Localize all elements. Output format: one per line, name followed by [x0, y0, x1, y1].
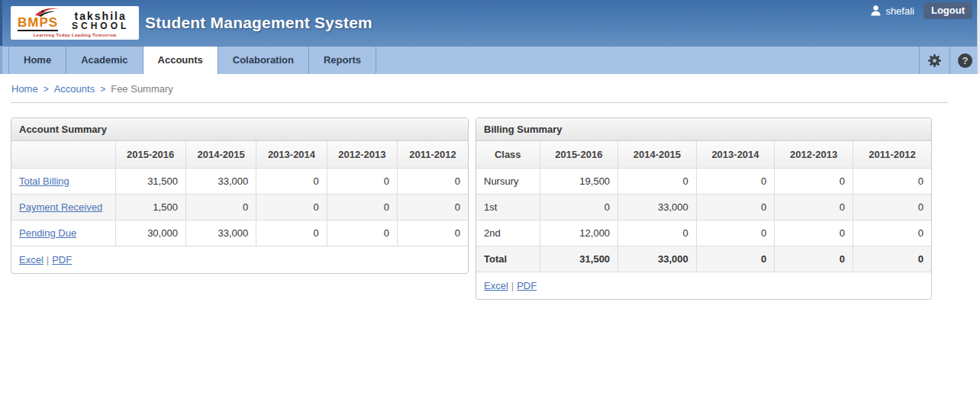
help-button[interactable]: ?	[949, 47, 980, 74]
breadcrumb-home[interactable]: Home	[11, 83, 38, 95]
logout-button[interactable]: Logout	[924, 2, 972, 19]
breadcrumb: Home>Accounts>Fee Summary	[11, 83, 980, 95]
tab-reports[interactable]: Reports	[309, 47, 376, 74]
row-label-cell: 1st	[476, 195, 540, 220]
breadcrumb-separator: >	[44, 84, 49, 95]
row-link-pending-due[interactable]: Pending Due	[19, 227, 76, 239]
column-header-blank	[11, 141, 115, 169]
cell-value: 0	[853, 195, 931, 220]
content-divider	[11, 102, 948, 103]
cell-value: 0	[696, 246, 775, 272]
table-row: Payment Received1,5000000	[11, 195, 468, 220]
logo-school-name: takshila SCHOOL	[72, 11, 129, 31]
main-content: Account Summary 2015-20162014-20152013-2…	[11, 117, 969, 300]
table-header-row: Class2015-20162014-20152013-20142012-201…	[476, 141, 931, 169]
cell-value: 30,000	[115, 220, 185, 246]
cell-value: 33,000	[185, 220, 256, 246]
cell-value: 31,500	[115, 169, 185, 195]
cell-value: 0	[696, 220, 775, 246]
column-header-2013-2014: 2013-2014	[696, 141, 775, 169]
cell-value: 0	[398, 220, 468, 246]
gear-icon	[927, 53, 942, 68]
table-row: Pending Due30,00033,000000	[11, 220, 468, 246]
excel-link[interactable]: Excel	[484, 280, 508, 291]
cell-value: 0	[256, 195, 327, 220]
scrollbar-edge[interactable]	[977, 0, 980, 74]
help-icon: ?	[958, 53, 972, 68]
logo-tagline: Learning Today Leading Tomorrow	[11, 33, 139, 37]
row-label-cell: Total Billing	[11, 169, 115, 195]
cell-value: 12,000	[540, 220, 618, 246]
row-link-total-billing[interactable]: Total Billing	[19, 175, 69, 187]
excel-link[interactable]: Excel	[19, 254, 44, 265]
breadcrumb-separator: >	[100, 84, 105, 95]
column-header-2013-2014: 2013-2014	[256, 141, 327, 169]
logo-bmps-text: BMPS	[18, 16, 58, 31]
cell-value: 0	[853, 169, 931, 195]
user-area: shefali Logout	[871, 2, 972, 19]
table-row: Total Billing31,50033,000000	[11, 169, 468, 195]
column-header-2012-2013: 2012-2013	[775, 141, 853, 169]
column-header-class: Class	[476, 141, 540, 169]
user-icon	[871, 5, 881, 16]
table-row: Nursury19,5000000	[476, 169, 931, 195]
cell-value: 0	[775, 169, 853, 195]
cell-value: 0	[696, 169, 775, 195]
account-summary-export: Excel|PDF	[11, 246, 468, 273]
cell-value: 0	[256, 169, 327, 195]
row-label-cell: Nursury	[476, 169, 540, 195]
billing-summary-panel: Billing Summary Class2015-20162014-20152…	[475, 117, 932, 300]
cell-value: 0	[327, 220, 397, 246]
app-header: BMPS takshila SCHOOL Learning Today Lead…	[0, 0, 980, 46]
school-logo: BMPS takshila SCHOOL Learning Today Lead…	[11, 6, 139, 40]
main-nav: HomeAcademicAccountsColaborationReports …	[0, 46, 980, 74]
account-summary-table: 2015-20162014-20152013-20142012-20132011…	[11, 141, 468, 246]
cell-value: 31,500	[540, 246, 618, 272]
row-link-payment-received[interactable]: Payment Received	[19, 201, 102, 213]
page-left-edge	[0, 0, 2, 74]
cell-value: 0	[775, 220, 853, 246]
settings-button[interactable]	[919, 47, 949, 74]
table-header-row: 2015-20162014-20152013-20142012-20132011…	[11, 141, 468, 169]
cell-value: 0	[398, 195, 468, 220]
table-row: 2nd12,0000000	[476, 220, 931, 246]
export-separator: |	[511, 280, 514, 291]
cell-value: 0	[398, 169, 468, 195]
app-title: Student Management System	[145, 14, 372, 32]
billing-summary-title: Billing Summary	[476, 118, 931, 141]
column-header-2014-2015: 2014-2015	[618, 141, 697, 169]
column-header-2015-2016: 2015-2016	[540, 141, 618, 169]
cell-value: 0	[618, 169, 697, 195]
cell-value: 0	[327, 169, 397, 195]
tab-accounts[interactable]: Accounts	[143, 47, 218, 74]
table-row: Total31,50033,000000	[476, 246, 931, 272]
cell-value: 0	[853, 220, 931, 246]
row-label-cell: Total	[476, 246, 540, 272]
row-label-cell: Payment Received	[11, 195, 115, 220]
nav-tabs: HomeAcademicAccountsColaborationReports	[9, 47, 376, 74]
logo-school-text: SCHOOL	[72, 21, 129, 31]
breadcrumb-accounts[interactable]: Accounts	[54, 83, 95, 95]
table-row: 1st033,000000	[476, 195, 931, 220]
column-header-2012-2013: 2012-2013	[327, 141, 397, 169]
row-label-cell: 2nd	[476, 220, 540, 246]
cell-value: 0	[775, 195, 853, 220]
tab-home[interactable]: Home	[9, 47, 66, 74]
tab-academic[interactable]: Academic	[66, 47, 143, 74]
cell-value: 0	[327, 195, 397, 220]
cell-value: 0	[256, 220, 327, 246]
cell-value: 33,000	[618, 195, 697, 220]
cell-value: 0	[853, 246, 931, 272]
cell-value: 0	[696, 195, 775, 220]
account-summary-panel: Account Summary 2015-20162014-20152013-2…	[11, 117, 469, 274]
pdf-link[interactable]: PDF	[517, 280, 537, 291]
breadcrumb-fee-summary: Fee Summary	[111, 83, 173, 95]
cell-value: 0	[185, 195, 256, 220]
cell-value: 19,500	[540, 169, 618, 195]
cell-value: 0	[775, 246, 853, 272]
pdf-link[interactable]: PDF	[52, 254, 72, 265]
export-separator: |	[47, 254, 49, 265]
row-label-cell: Pending Due	[11, 220, 115, 246]
tab-colaboration[interactable]: Colaboration	[218, 47, 309, 74]
cell-value: 1,500	[115, 195, 185, 220]
